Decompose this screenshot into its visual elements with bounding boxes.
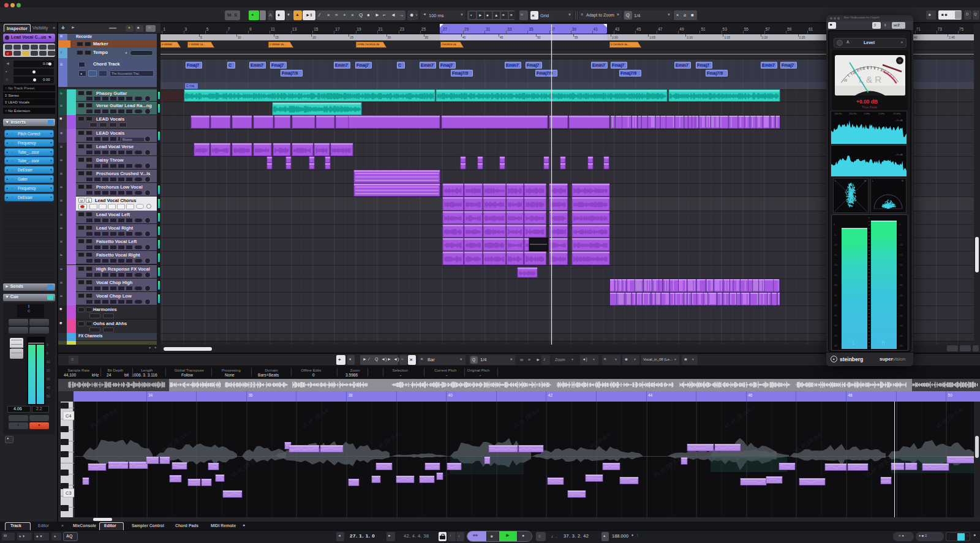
svg-text:-15: -15	[834, 253, 838, 257]
svg-text:-40: -40	[834, 304, 838, 307]
svg-text:-55: -55	[834, 334, 838, 337]
svg-text:-10: -10	[834, 243, 838, 246]
svg-text:-35: -35	[899, 294, 903, 297]
svg-text:-15: -15	[899, 253, 903, 257]
svg-text:-20: -20	[899, 263, 903, 266]
svg-text:-60: -60	[899, 344, 903, 347]
svg-text:L: L	[852, 340, 855, 346]
svg-text:-20: -20	[834, 263, 838, 266]
svg-text:-10: -10	[899, 243, 903, 246]
svg-text:-50: -50	[834, 324, 838, 327]
svg-text:-30: -30	[834, 283, 838, 286]
svg-text:-25: -25	[834, 274, 838, 277]
svg-text:-55: -55	[899, 334, 903, 337]
svg-text:-60: -60	[834, 344, 838, 347]
svg-text:-50: -50	[899, 324, 903, 327]
svg-text:-40: -40	[899, 304, 903, 307]
svg-text:-35: -35	[834, 294, 838, 297]
svg-text:-45: -45	[899, 314, 903, 317]
svg-text:-30: -30	[899, 283, 903, 286]
svg-text:-25: -25	[899, 274, 903, 277]
svg-text:-45: -45	[834, 314, 838, 317]
svg-text:R: R	[881, 340, 886, 346]
